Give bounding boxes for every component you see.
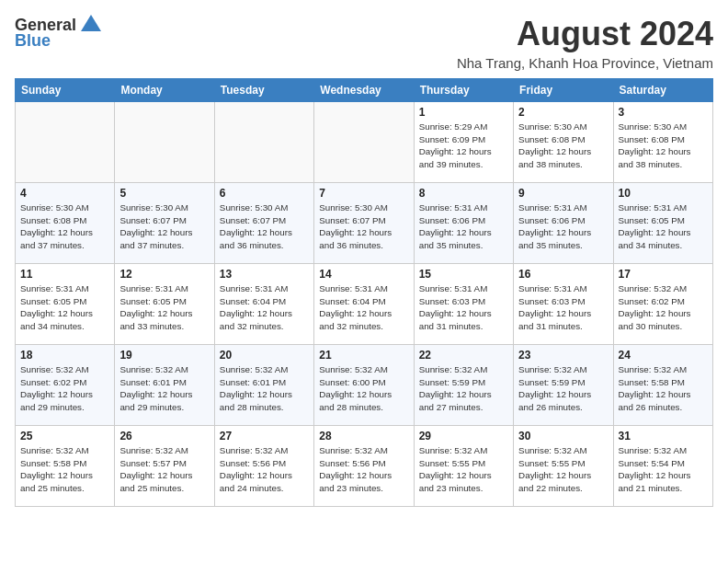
day-info: Sunrise: 5:30 AM Sunset: 6:08 PM Dayligh… [518,121,608,171]
calendar-day-cell: 30Sunrise: 5:32 AM Sunset: 5:55 PM Dayli… [514,426,613,507]
calendar-day-cell: 3Sunrise: 5:30 AM Sunset: 6:08 PM Daylig… [613,102,712,183]
calendar-day-cell: 22Sunrise: 5:32 AM Sunset: 5:59 PM Dayli… [414,345,513,426]
calendar-day-cell: 9Sunrise: 5:31 AM Sunset: 6:06 PM Daylig… [514,183,613,264]
day-number: 13 [220,268,309,281]
page-header: General Blue August 2024 Nha Trang, Khan… [15,15,713,71]
day-info: Sunrise: 5:32 AM Sunset: 5:56 PM Dayligh… [319,444,408,495]
day-number: 7 [319,187,408,200]
calendar-header-row: SundayMondayTuesdayWednesdayThursdayFrid… [16,79,713,102]
day-number: 2 [518,106,608,119]
title-section: August 2024 Nha Trang, Khanh Hoa Provinc… [457,15,713,71]
day-info: Sunrise: 5:29 AM Sunset: 6:09 PM Dayligh… [419,121,508,171]
calendar-day-cell: 27Sunrise: 5:32 AM Sunset: 5:56 PM Dayli… [214,426,313,507]
day-info: Sunrise: 5:31 AM Sunset: 6:05 PM Dayligh… [119,282,209,333]
logo-triangle-icon [81,15,101,35]
calendar-day-cell [115,102,214,183]
day-number: 14 [319,268,408,281]
calendar-day-cell: 11Sunrise: 5:31 AM Sunset: 6:05 PM Dayli… [16,264,115,345]
svg-marker-0 [81,15,101,31]
day-number: 24 [619,349,708,362]
day-number: 10 [619,187,708,200]
calendar-day-cell: 1Sunrise: 5:29 AM Sunset: 6:09 PM Daylig… [414,102,513,183]
day-number: 25 [20,430,109,442]
calendar-day-cell: 12Sunrise: 5:31 AM Sunset: 6:05 PM Dayli… [115,264,214,345]
day-info: Sunrise: 5:32 AM Sunset: 6:02 PM Dayligh… [619,282,708,333]
calendar-day-cell: 5Sunrise: 5:30 AM Sunset: 6:07 PM Daylig… [115,183,214,264]
calendar-day-cell [16,102,115,183]
calendar-week-row: 1Sunrise: 5:29 AM Sunset: 6:09 PM Daylig… [16,102,713,183]
day-info: Sunrise: 5:32 AM Sunset: 5:55 PM Dayligh… [419,444,508,495]
calendar-day-cell: 23Sunrise: 5:32 AM Sunset: 5:59 PM Dayli… [514,345,613,426]
day-number: 4 [20,187,109,200]
day-number: 30 [518,430,608,442]
calendar-table: SundayMondayTuesdayWednesdayThursdayFrid… [15,78,713,507]
day-info: Sunrise: 5:32 AM Sunset: 5:59 PM Dayligh… [419,363,508,414]
calendar-day-cell: 24Sunrise: 5:32 AM Sunset: 5:58 PM Dayli… [613,345,712,426]
calendar-day-cell [314,102,414,183]
calendar-day-cell: 2Sunrise: 5:30 AM Sunset: 6:08 PM Daylig… [514,102,613,183]
day-number: 15 [419,268,508,281]
calendar-day-cell: 28Sunrise: 5:32 AM Sunset: 5:56 PM Dayli… [314,426,414,507]
calendar-day-cell: 10Sunrise: 5:31 AM Sunset: 6:05 PM Dayli… [613,183,712,264]
day-number: 31 [619,430,708,442]
day-number: 8 [419,187,508,200]
day-number: 16 [518,268,608,281]
day-info: Sunrise: 5:31 AM Sunset: 6:06 PM Dayligh… [419,201,508,252]
calendar-day-cell: 15Sunrise: 5:31 AM Sunset: 6:03 PM Dayli… [414,264,513,345]
weekday-header: Wednesday [314,79,414,102]
calendar-day-cell: 7Sunrise: 5:30 AM Sunset: 6:07 PM Daylig… [314,183,414,264]
weekday-header: Saturday [613,79,712,102]
day-info: Sunrise: 5:32 AM Sunset: 6:01 PM Dayligh… [220,363,309,414]
weekday-header: Monday [115,79,214,102]
day-info: Sunrise: 5:32 AM Sunset: 5:59 PM Dayligh… [518,363,608,414]
day-info: Sunrise: 5:32 AM Sunset: 6:00 PM Dayligh… [319,363,408,414]
calendar-day-cell: 6Sunrise: 5:30 AM Sunset: 6:07 PM Daylig… [214,183,313,264]
day-info: Sunrise: 5:32 AM Sunset: 5:58 PM Dayligh… [619,363,708,414]
calendar-day-cell: 25Sunrise: 5:32 AM Sunset: 5:58 PM Dayli… [16,426,115,507]
day-info: Sunrise: 5:31 AM Sunset: 6:03 PM Dayligh… [518,282,608,333]
day-info: Sunrise: 5:32 AM Sunset: 5:56 PM Dayligh… [220,444,309,495]
day-number: 18 [20,349,109,362]
calendar-day-cell: 18Sunrise: 5:32 AM Sunset: 6:02 PM Dayli… [16,345,115,426]
weekday-header: Friday [514,79,613,102]
day-info: Sunrise: 5:31 AM Sunset: 6:05 PM Dayligh… [20,282,109,333]
day-info: Sunrise: 5:30 AM Sunset: 6:07 PM Dayligh… [220,201,309,252]
calendar-day-cell: 17Sunrise: 5:32 AM Sunset: 6:02 PM Dayli… [613,264,712,345]
day-number: 1 [419,106,508,119]
day-info: Sunrise: 5:31 AM Sunset: 6:04 PM Dayligh… [319,282,408,333]
day-number: 27 [220,430,309,442]
day-number: 26 [119,430,209,442]
day-info: Sunrise: 5:32 AM Sunset: 5:55 PM Dayligh… [518,444,608,495]
day-number: 9 [518,187,608,200]
day-number: 19 [119,349,209,362]
day-info: Sunrise: 5:32 AM Sunset: 5:57 PM Dayligh… [119,444,209,495]
day-number: 17 [619,268,708,281]
weekday-header: Tuesday [214,79,313,102]
calendar-day-cell: 31Sunrise: 5:32 AM Sunset: 5:54 PM Dayli… [613,426,712,507]
day-info: Sunrise: 5:31 AM Sunset: 6:05 PM Dayligh… [619,201,708,252]
day-info: Sunrise: 5:32 AM Sunset: 5:54 PM Dayligh… [619,444,708,495]
day-number: 6 [220,187,309,200]
day-number: 23 [518,349,608,362]
day-number: 5 [119,187,209,200]
day-info: Sunrise: 5:32 AM Sunset: 6:01 PM Dayligh… [119,363,209,414]
calendar-day-cell: 29Sunrise: 5:32 AM Sunset: 5:55 PM Dayli… [414,426,513,507]
calendar-day-cell: 16Sunrise: 5:31 AM Sunset: 6:03 PM Dayli… [514,264,613,345]
day-info: Sunrise: 5:31 AM Sunset: 6:03 PM Dayligh… [419,282,508,333]
calendar-week-row: 25Sunrise: 5:32 AM Sunset: 5:58 PM Dayli… [16,426,713,507]
day-number: 12 [119,268,209,281]
day-info: Sunrise: 5:32 AM Sunset: 5:58 PM Dayligh… [20,444,109,495]
day-number: 28 [319,430,408,442]
day-number: 22 [419,349,508,362]
day-info: Sunrise: 5:30 AM Sunset: 6:08 PM Dayligh… [20,201,109,252]
calendar-week-row: 4Sunrise: 5:30 AM Sunset: 6:08 PM Daylig… [16,183,713,264]
day-number: 29 [419,430,508,442]
calendar-day-cell: 26Sunrise: 5:32 AM Sunset: 5:57 PM Dayli… [115,426,214,507]
day-number: 20 [220,349,309,362]
calendar-day-cell: 4Sunrise: 5:30 AM Sunset: 6:08 PM Daylig… [16,183,115,264]
day-info: Sunrise: 5:31 AM Sunset: 6:04 PM Dayligh… [220,282,309,333]
calendar-day-cell: 21Sunrise: 5:32 AM Sunset: 6:00 PM Dayli… [314,345,414,426]
month-title: August 2024 [457,15,713,53]
calendar-day-cell: 19Sunrise: 5:32 AM Sunset: 6:01 PM Dayli… [115,345,214,426]
day-info: Sunrise: 5:30 AM Sunset: 6:08 PM Dayligh… [619,121,708,171]
